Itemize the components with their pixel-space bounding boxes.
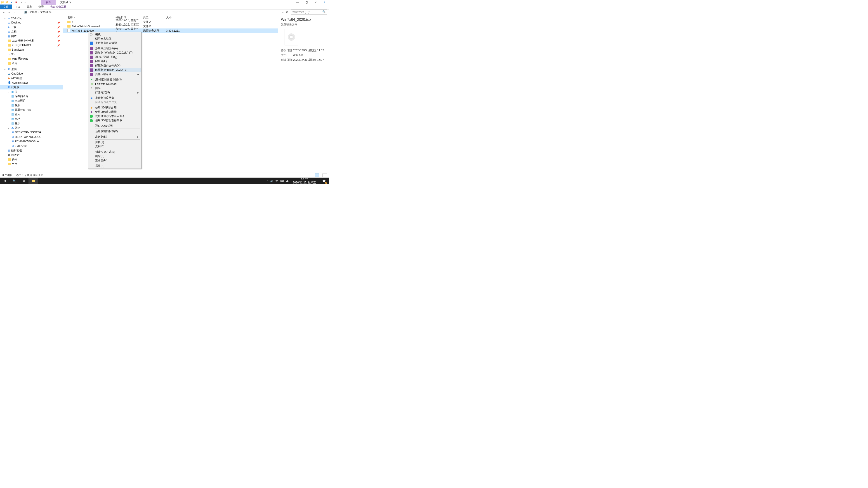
forward-button[interactable]: → — [7, 10, 11, 14]
ctx-restore-prev[interactable]: 还原以前的版本(V) — [89, 129, 141, 133]
ctx-share[interactable]: ⇪共享 — [89, 86, 141, 90]
search-icon[interactable]: 🔍 — [322, 10, 326, 13]
view-large-button[interactable] — [322, 173, 327, 177]
history-dropdown[interactable]: ▾ — [12, 10, 16, 14]
ctx-fengmi[interactable]: ✦用 蜂蜜浏览器 浏览(3) — [89, 77, 141, 82]
tree-pc3[interactable]: 🖥PC-20190530OBLA — [0, 139, 63, 144]
tree-control-panel[interactable]: ▦控制面板 — [0, 148, 63, 153]
back-button[interactable]: ← — [2, 10, 6, 14]
ctx-open-with[interactable]: 打开方式(H)▶ — [89, 90, 141, 95]
tree-lib-docs[interactable]: ▦文档 — [0, 117, 63, 121]
tree-camera-roll[interactable]: ▦本机照片 — [0, 98, 63, 103]
file-row[interactable]: 1 2020/12/15, 星期二 1... 文件夹 — [63, 20, 278, 24]
tree-saved-pics[interactable]: ▦保存的图片 — [0, 94, 63, 98]
chevron-right-icon[interactable]: › — [38, 11, 39, 13]
ctx-properties[interactable]: 属性(R) — [89, 164, 141, 168]
tree-bandicam[interactable]: Bandicam — [0, 47, 63, 52]
ribbon-home[interactable]: 主页 — [12, 4, 24, 9]
ctx-ynote[interactable]: 上传到有道云笔记 — [89, 41, 141, 45]
ctx-rename[interactable]: 重命名(M) — [89, 158, 141, 163]
tree-pictures2[interactable]: 图片 — [0, 61, 63, 66]
ime-icon[interactable]: 中 — [276, 180, 278, 183]
tree-wps[interactable]: ◆WPS网盘 — [0, 76, 63, 80]
tab-manage[interactable]: 管理 — [41, 0, 56, 5]
explorer-task[interactable] — [29, 177, 38, 184]
ctx-360-trojan[interactable]: 使用 360进行木马云查杀 — [89, 114, 141, 119]
crumb-drive[interactable]: 文档 (E:) — [40, 10, 51, 14]
taskbar[interactable]: ⊞ 🔍 ⧉ ˄ 🔊 中 ⌨ 🖧 16:32 2020/12/25, 星期五 💬3 — [0, 177, 329, 184]
tree-desktop[interactable]: ▬Desktop📌 — [0, 20, 63, 25]
tree-tianyi[interactable]: ▦天翼云盘下载 — [0, 107, 63, 112]
ctx-qq-send[interactable]: 通过QQ发送到 — [89, 124, 141, 128]
search-input[interactable]: 搜索"文档 (E:)" 🔍 — [291, 9, 327, 15]
address-dropdown[interactable]: ⌄ — [282, 11, 284, 14]
ribbon-view[interactable]: 查看 — [35, 4, 47, 9]
ribbon-share[interactable]: 共享 — [24, 4, 35, 9]
ctx-360-manage[interactable]: 使用 360管理右键菜单 — [89, 119, 141, 123]
col-size[interactable]: 大小 — [164, 15, 185, 20]
refresh-button[interactable]: ⟳ — [285, 11, 289, 14]
view-details-button[interactable] — [315, 173, 319, 177]
ime-mode-icon[interactable]: ⌨ — [280, 180, 284, 183]
start-button[interactable]: ⊞ — [0, 177, 9, 184]
chevron-right-icon[interactable]: › — [28, 11, 29, 13]
file-row[interactable]: BaiduNetdiskDownload 2020/12/25, 星期五 1..… — [63, 24, 278, 29]
tree-network[interactable]: ⌄🖧网络 — [0, 126, 63, 130]
maximize-button[interactable]: ▢ — [302, 0, 311, 4]
breadcrumb[interactable]: 💻 › 此电脑 › 文档 (E:) › — [22, 10, 280, 14]
tree-pc1[interactable]: 🖥DESKTOP-LSSOEDP — [0, 130, 63, 135]
tree-pc2[interactable]: 🖥DESKTOP-NJEU3CG — [0, 135, 63, 139]
tree-documents[interactable]: ▤文档📌 — [0, 29, 63, 34]
ctx-shortcut[interactable]: 创建快捷方式(S) — [89, 150, 141, 154]
tree-lib-pics[interactable]: ▦图片 — [0, 112, 63, 117]
qat-dropdown-icon[interactable]: ▾ — [24, 1, 27, 4]
ribbon-file[interactable]: 文件 — [0, 4, 12, 9]
notifications-button[interactable]: 💬3 — [320, 177, 328, 184]
tree-videos[interactable]: ▦视频 — [0, 103, 63, 107]
ctx-other-compress[interactable]: 其他压缩命令▶ — [89, 72, 141, 76]
minimize-button[interactable]: — — [293, 0, 302, 4]
search-button[interactable]: 🔍 — [9, 177, 19, 184]
network-icon[interactable]: 🖧 — [286, 180, 289, 182]
ctx-add-zip[interactable]: 添加到 "Win7x64_2020.zip" (T) — [89, 51, 141, 55]
navigation-tree[interactable]: ⌄★快速访问 ▬Desktop📌 ⬇下载📌 ▤文档📌 ▦图片📌 excel表格制… — [0, 15, 63, 173]
tree-desktop-root[interactable]: ⌄🖥桌面 — [0, 67, 63, 71]
tree-admin[interactable]: 👤Administrator — [0, 80, 63, 85]
x-icon[interactable]: ✖ — [14, 1, 18, 4]
tree-software[interactable]: 软件 — [0, 157, 63, 162]
ctx-360-unlock[interactable]: ◆使用 360解除占用 — [89, 105, 141, 110]
ctx-extract-named[interactable]: 解压到 Win7x64_2020\ (E) — [89, 68, 141, 72]
check-icon[interactable]: ✔ — [10, 1, 13, 4]
ctx-burn[interactable]: 刻录光盘映像 — [89, 37, 141, 41]
close-button[interactable]: ✕ — [311, 0, 320, 4]
tree-quick-access[interactable]: ⌄★快速访问 — [0, 16, 63, 20]
tree-library[interactable]: ⌄▣库 — [0, 90, 63, 94]
tray-chevron-icon[interactable]: ˄ — [267, 180, 268, 183]
col-name[interactable]: 名称▲ — [63, 15, 114, 20]
tree-thispc[interactable]: 🖥此电脑 — [0, 85, 63, 90]
volume-icon[interactable]: 🔊 — [270, 180, 273, 183]
ctx-send-to[interactable]: 发送到(N)▶ — [89, 135, 141, 139]
tree-pc4[interactable]: 🖥ZMT2019 — [0, 144, 63, 148]
tree-downloads[interactable]: ⬇下载📌 — [0, 25, 63, 29]
ctx-extract-to[interactable]: 解压到(F)... — [89, 59, 141, 64]
tree-win7reinstall[interactable]: win7重装win7 — [0, 57, 63, 61]
help-button[interactable]: ? — [320, 0, 329, 4]
ribbon-disc-tools[interactable]: 光盘映像工具 — [47, 4, 70, 9]
col-type[interactable]: 类型 — [141, 15, 164, 20]
tree-gdrive[interactable]: ▭G:\ — [0, 52, 63, 57]
tree-files[interactable]: 文件 — [0, 162, 63, 166]
ctx-extract-here[interactable]: 解压到当前文件夹(X) — [89, 64, 141, 68]
properties-icon[interactable]: ▭ — [19, 1, 22, 4]
open-icon[interactable]: 📂 — [5, 1, 8, 4]
ctx-delete[interactable]: 删除(D) — [89, 154, 141, 158]
tree-pictures[interactable]: ▦图片📌 — [0, 34, 63, 38]
ctx-mount[interactable]: 装载 — [89, 32, 141, 37]
ctx-open-360[interactable]: 用360压缩打开(Q) — [89, 55, 141, 59]
tree-lib-music[interactable]: ▦音乐 — [0, 121, 63, 126]
crumb-thispc[interactable]: 此电脑 — [29, 10, 38, 14]
taskview-button[interactable]: ⧉ — [19, 177, 29, 184]
ctx-360-force-del[interactable]: ◆使用 360强力删除 — [89, 110, 141, 114]
tree-excel[interactable]: excel表格制作求和📌 — [0, 38, 63, 43]
tree-recycle[interactable]: 🗑回收站 — [0, 153, 63, 157]
